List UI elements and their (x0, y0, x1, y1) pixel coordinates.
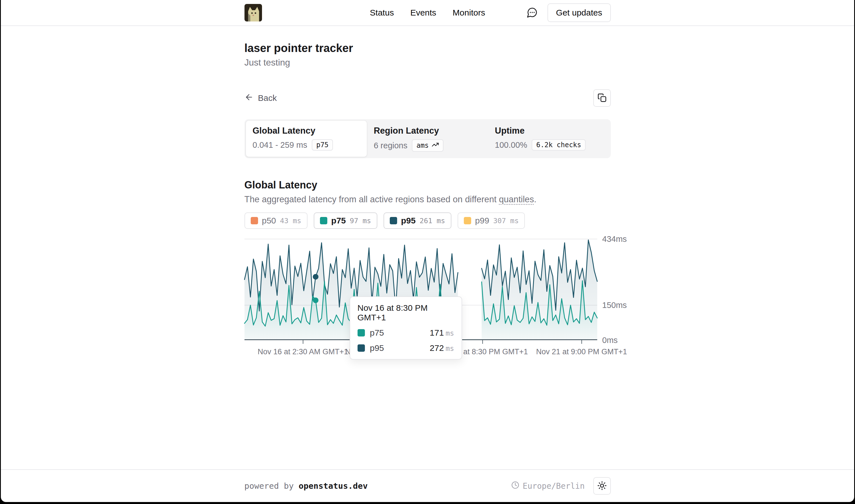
powered-by: powered by openstatus.dev (245, 481, 368, 491)
chart-legend: p50 43 ms p75 97 ms p95 261 ms p99 307 m… (245, 213, 611, 229)
region-badge: ams (412, 139, 443, 152)
tooltip-unit: ms (445, 344, 454, 353)
legend-value: 43 ms (280, 217, 301, 225)
copy-icon (598, 93, 607, 103)
section-desc-period: . (534, 194, 536, 204)
tooltip-title: Nov 16 at 8:30 PM GMT+1 (358, 303, 454, 322)
theme-toggle-button[interactable] (593, 477, 611, 495)
tab-title: Uptime (495, 126, 603, 136)
legend-label: p50 (262, 216, 276, 226)
tooltip-row-p75: p75 171ms (358, 328, 454, 338)
app-window: Status Events Monitors Get updates (1, 0, 854, 502)
p50-swatch (251, 217, 258, 224)
section-desc-text: The aggregated latency from all active r… (245, 194, 499, 204)
tab-value: 6 regions (374, 141, 407, 150)
tab-value: 100.00% (495, 140, 528, 150)
legend-chip-p75[interactable]: p75 97 ms (314, 213, 377, 229)
tooltip-value: 272 (430, 343, 444, 353)
back-link[interactable]: Back (245, 93, 277, 104)
back-label: Back (258, 93, 277, 103)
tooltip-series-name: p75 (370, 328, 425, 338)
timezone: Europe/Berlin (511, 481, 585, 491)
p75-swatch (320, 217, 327, 224)
legend-chip-p95[interactable]: p95 261 ms (384, 213, 451, 229)
openstatus-link[interactable]: openstatus.dev (299, 481, 368, 491)
p95-swatch (358, 344, 365, 352)
copy-link-button[interactable] (593, 89, 611, 107)
latency-chart[interactable]: 434ms 150ms 0ms Nov 16 at 2:30 AM GMT+1 … (245, 239, 597, 364)
nav-links: Status Events Monitors (370, 8, 485, 18)
tab-title: Global Latency (253, 126, 360, 136)
legend-label: p99 (475, 216, 489, 226)
trending-up-icon (432, 141, 439, 150)
top-nav: Status Events Monitors Get updates (1, 0, 854, 26)
y-axis-label: 0ms (602, 336, 618, 345)
checks-badge: 6.2k checks (532, 139, 586, 150)
p95-swatch (390, 217, 397, 224)
logo[interactable] (245, 4, 370, 21)
p99-swatch (464, 217, 471, 224)
region-badge-label: ams (416, 142, 428, 149)
x-axis-label: Nov 21 at 9:00 PM GMT+1 (536, 347, 627, 356)
tooltip-value: 171 (430, 328, 444, 337)
legend-chip-p99[interactable]: p99 307 ms (458, 213, 525, 229)
legend-label: p75 (331, 216, 346, 226)
p75-swatch (358, 329, 365, 337)
page-footer: powered by openstatus.dev Europe/Berlin (1, 469, 854, 502)
arrow-left-icon (245, 93, 253, 104)
tooltip-series-name: p95 (370, 343, 425, 353)
chat-bubble-icon (527, 7, 538, 19)
feedback-button[interactable] (527, 7, 538, 19)
legend-label: p95 (401, 216, 416, 226)
nav-link-monitors[interactable]: Monitors (452, 8, 485, 18)
clock-icon (511, 481, 519, 491)
page-subtitle: Just testing (245, 57, 611, 68)
powered-by-text: powered by (245, 481, 299, 491)
y-axis-label: 434ms (602, 234, 627, 244)
tab-uptime[interactable]: Uptime 100.00% 6.2k checks (488, 121, 609, 157)
page-title: laser pointer tracker (245, 42, 611, 55)
quantiles-link[interactable]: quantiles (499, 194, 534, 204)
y-axis-label: 150ms (602, 301, 627, 310)
nav-link-events[interactable]: Events (410, 8, 437, 18)
section-title: Global Latency (245, 179, 611, 191)
chart-tooltip: Nov 16 at 8:30 PM GMT+1 p75 171ms p95 27… (350, 296, 462, 360)
toolbar: Back (245, 89, 611, 107)
tab-global-latency[interactable]: Global Latency 0.041 - 259 ms p75 (246, 121, 367, 157)
metric-tabs: Global Latency 0.041 - 259 ms p75 Region… (245, 119, 611, 158)
tooltip-unit: ms (445, 329, 454, 337)
x-axis-label: Nov 16 at 2:30 AM GMT+1 (257, 347, 348, 356)
section-description: The aggregated latency from all active r… (245, 194, 611, 204)
legend-value: 97 ms (350, 217, 371, 225)
timezone-label: Europe/Berlin (522, 481, 585, 491)
get-updates-button[interactable]: Get updates (548, 3, 610, 22)
tooltip-row-p95: p95 272ms (358, 343, 454, 353)
tab-title: Region Latency (374, 126, 481, 136)
quantile-badge: p75 (312, 139, 333, 150)
legend-chip-p50[interactable]: p50 43 ms (245, 213, 307, 229)
tab-value: 0.041 - 259 ms (253, 140, 307, 150)
main-content: laser pointer tracker Just testing Back (245, 26, 611, 469)
sun-icon (597, 481, 607, 491)
tab-region-latency[interactable]: Region Latency 6 regions ams (367, 121, 488, 157)
legend-value: 307 ms (493, 217, 519, 225)
logo-image (245, 4, 262, 21)
legend-value: 261 ms (420, 217, 445, 225)
nav-link-status[interactable]: Status (370, 8, 394, 18)
